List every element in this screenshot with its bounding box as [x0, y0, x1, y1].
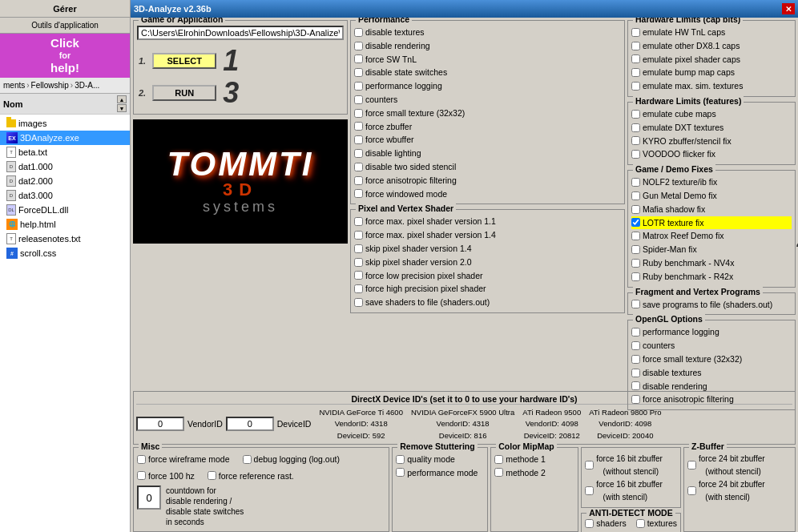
- cb-perf-logging[interactable]: [354, 82, 363, 91]
- cb-ogl-small-tex[interactable]: [631, 355, 640, 364]
- logo-line1: TOMMTI: [167, 147, 314, 181]
- cb-lotr[interactable]: [631, 218, 640, 227]
- cb-ps14[interactable]: [354, 231, 363, 240]
- analyze-window: 3D-Analyze v2.36b ✕ Game or Application: [131, 0, 798, 532]
- cb-matrox[interactable]: [631, 232, 640, 240]
- cb-ruby-nv4x[interactable]: [631, 259, 640, 268]
- cb-ruby-r42x[interactable]: [631, 272, 640, 281]
- cb-100hz[interactable]: [137, 471, 146, 480]
- file-name: 3DAnalyze.exe: [20, 133, 79, 143]
- cb-methode1[interactable]: [494, 455, 503, 464]
- cb-debug-logging[interactable]: [243, 455, 252, 464]
- cb-emu-pixel-shader-caps[interactable]: [631, 54, 640, 63]
- cb-textures[interactable]: [636, 519, 645, 528]
- list-item[interactable]: # scroll.css: [0, 246, 130, 260]
- for-text: for: [2, 50, 127, 61]
- cb-row: Matrox Reef Demo fix: [631, 229, 792, 243]
- cb-ogl-disable-render[interactable]: [631, 381, 640, 390]
- cb-wireframe[interactable]: [137, 455, 146, 464]
- list-item[interactable]: D dat2.000: [0, 174, 130, 188]
- cb-ogl-counters[interactable]: [631, 341, 640, 350]
- cb-row: disable textures: [354, 26, 621, 39]
- preset4-device: DeviceID: 20040: [589, 430, 661, 441]
- cb-row: disable rendering: [631, 380, 792, 393]
- cb-quality-mode[interactable]: [396, 455, 405, 464]
- cb-emu-dxt[interactable]: [631, 123, 640, 132]
- cb-force-wbuffer[interactable]: [354, 135, 363, 144]
- anti-detect-zbuffer-section: force 16 bit zbuffer (without stencil) f…: [581, 447, 681, 532]
- list-item[interactable]: D dat1.000: [0, 159, 130, 174]
- cb-ogl-perf-logging[interactable]: [631, 328, 640, 337]
- cb-24bit-with-stencil[interactable]: [687, 486, 696, 495]
- exe-icon: EX: [6, 132, 18, 143]
- cb-emu-bump-map[interactable]: [631, 68, 640, 77]
- file-name: dat3.000: [18, 191, 53, 200]
- cb-force-zbuffer[interactable]: [354, 122, 363, 131]
- cb-gun-metal[interactable]: [631, 191, 640, 200]
- cb-save-programs[interactable]: [631, 300, 640, 308]
- cb-disable-textures[interactable]: [354, 28, 363, 37]
- cb-skip-ps14[interactable]: [354, 244, 363, 253]
- cb-voodoo-fix[interactable]: [631, 150, 640, 159]
- scroll-controls[interactable]: ▲ ▼: [117, 95, 127, 112]
- hw-limits-feat-label: Hardware Limits (features): [633, 96, 744, 106]
- cb-row: methode 1: [494, 453, 574, 466]
- cb-disable-lighting[interactable]: [354, 149, 363, 158]
- cb-disable-rendering[interactable]: [354, 42, 363, 50]
- countdown-input[interactable]: [137, 486, 161, 510]
- device-id-input[interactable]: [226, 417, 274, 431]
- col2: Performance disable textures disable ren…: [350, 20, 625, 389]
- list-item[interactable]: DL ForceDLL.dll: [0, 203, 130, 217]
- cb-counters[interactable]: [354, 95, 363, 104]
- cb-mafia[interactable]: [631, 205, 640, 214]
- cb-force-aniso[interactable]: [354, 176, 363, 185]
- manage-label: Gérer: [53, 4, 76, 14]
- list-item[interactable]: T beta.txt: [0, 145, 130, 159]
- list-item[interactable]: EX 3DAnalyze.exe: [0, 131, 130, 145]
- cb-ps11[interactable]: [354, 217, 363, 226]
- cb-methode2[interactable]: [494, 468, 503, 477]
- scroll-up-arrow[interactable]: ▲: [117, 95, 127, 103]
- run-button[interactable]: RUN: [152, 85, 216, 101]
- close-button[interactable]: ✕: [782, 3, 795, 14]
- cb-emu-hw-tnl[interactable]: [631, 28, 640, 37]
- cb-emu-max-sim[interactable]: [631, 82, 640, 91]
- cb-force-sw-tnl[interactable]: [354, 54, 363, 63]
- list-item[interactable]: D dat3.000: [0, 188, 130, 203]
- list-item[interactable]: images: [0, 116, 130, 131]
- cb-skip-ps20[interactable]: [354, 258, 363, 267]
- select-button[interactable]: SELECT: [152, 53, 216, 69]
- cb-spiderman[interactable]: [631, 245, 640, 254]
- cb-kyro-fix[interactable]: [631, 136, 640, 145]
- cb-row: performance logging: [354, 79, 621, 93]
- cb-high-prec[interactable]: [354, 284, 363, 293]
- cb-force-small-texture[interactable]: [354, 109, 363, 118]
- cb-nolf2[interactable]: [631, 178, 640, 187]
- cb-row: VOODOO flicker fix: [631, 147, 792, 161]
- list-item[interactable]: T releasenotes.txt: [0, 232, 130, 246]
- cb-16bit-no-stencil[interactable]: [585, 461, 594, 470]
- cb-16bit-with-stencil[interactable]: [585, 486, 594, 495]
- cb-row: emulate bump map caps: [631, 66, 792, 79]
- misc-checkboxes: force wireframe mode debug logging (log.…: [137, 453, 385, 483]
- game-path-input[interactable]: [137, 26, 344, 40]
- click-help-box[interactable]: Click for help!: [0, 34, 130, 78]
- cb-emu-cube-maps[interactable]: [631, 110, 640, 119]
- cb-emu-dx81[interactable]: [631, 42, 640, 50]
- cb-low-prec[interactable]: [354, 271, 363, 280]
- cb-24bit-no-stencil[interactable]: [687, 461, 696, 470]
- zbuffer-group: Z-Buffer force 24 bit zbuffer (without s…: [683, 447, 796, 532]
- cb-disable-state-switches[interactable]: [354, 68, 363, 77]
- list-item[interactable]: 🌐 help.html: [0, 217, 130, 232]
- cb-ogl-aniso[interactable]: [631, 395, 640, 404]
- cb-perf-mode[interactable]: [396, 468, 405, 477]
- cb-disable-two-sided[interactable]: [354, 163, 363, 171]
- scroll-down-arrow[interactable]: ▼: [117, 104, 127, 112]
- cb-row: force 24 bit zbuffer (without stencil): [687, 453, 792, 478]
- vendor-id-input[interactable]: [136, 417, 184, 431]
- cb-save-shaders[interactable]: [354, 298, 363, 307]
- cb-shaders[interactable]: [585, 519, 594, 528]
- cb-force-windowed[interactable]: [354, 189, 363, 198]
- cb-ogl-disable-tex[interactable]: [631, 369, 640, 377]
- cb-ref-rast[interactable]: [208, 471, 216, 480]
